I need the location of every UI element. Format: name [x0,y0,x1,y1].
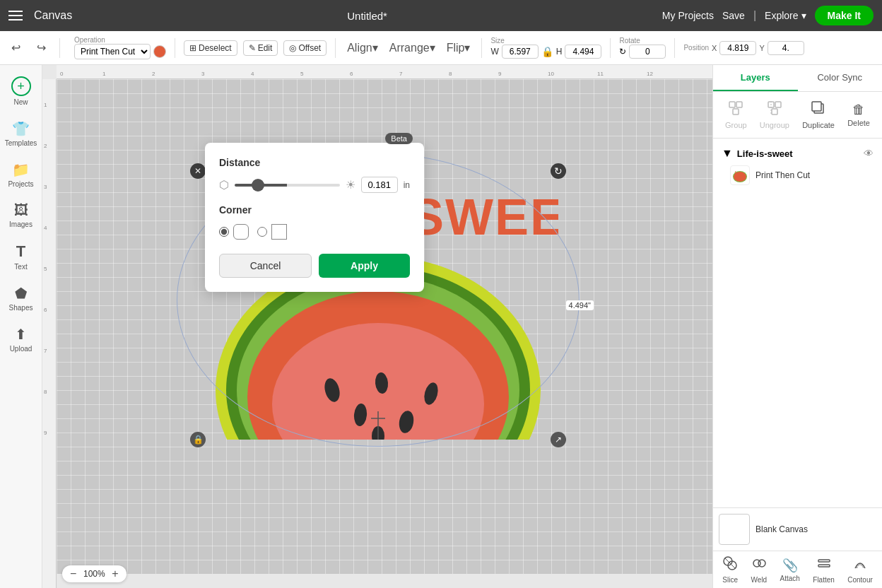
operation-row: Print Then Cut Basic Cut [74,44,166,59]
arrange-chevron: ▾ [430,41,435,54]
align-button[interactable]: Align ▾ [344,40,381,56]
text-icon: T [16,242,25,261]
slice-button[interactable]: Slice [722,555,738,584]
canvas-area[interactable]: 0 1 2 3 4 5 6 7 8 9 10 11 12 1 2 3 4 5 6 [42,65,712,588]
my-projects-link[interactable]: My Projects [662,10,714,21]
corner-options [219,224,410,240]
distance-unit: in [404,180,410,190]
offset-button[interactable]: ◎ Offset [283,40,327,56]
weld-button[interactable]: Weld [751,555,768,584]
layer-group: ▼ Life-is-sweet 👁 L Print Then Cut [719,144,876,188]
lock-icon[interactable]: 🔒 [541,46,553,57]
operation-label: Operation [74,36,105,44]
layer-group-header[interactable]: ▼ Life-is-sweet 👁 [719,144,876,163]
apply-button[interactable]: Apply [319,254,410,278]
topbar: Canvas Untitled* My Projects Save | Expl… [0,0,882,31]
y-input[interactable] [768,41,804,55]
make-it-button[interactable]: Make It [815,6,874,25]
size-label-height: 4.494" [566,300,594,310]
delete-handle[interactable]: ✕ [190,163,206,179]
corner-square-radio[interactable] [257,227,267,237]
sidebar-item-text[interactable]: T Text [2,237,40,276]
svg-rect-33 [818,565,830,567]
slice-icon [722,555,738,575]
projects-label: Projects [8,180,33,188]
main-area: + New 👕 Templates 📁 Projects 🖼 Images T … [0,65,882,588]
rotate-handle[interactable]: ↻ [551,163,566,179]
cancel-button[interactable]: Cancel [219,254,312,278]
distance-input[interactable] [361,177,398,193]
layer-group-name: Life-is-sweet [737,148,859,159]
left-sidebar: + New 👕 Templates 📁 Projects 🖼 Images T … [0,65,42,588]
contour-button[interactable]: Contour [847,555,873,584]
rotate-label: Rotate [619,37,666,45]
eye-icon[interactable]: 👁 [864,148,874,159]
shapes-icon: ⬟ [15,285,27,302]
title: Untitled* [83,10,651,22]
operation-color-dot[interactable] [153,45,166,58]
distance-slider[interactable] [235,184,340,187]
save-link[interactable]: Save [722,10,745,21]
sidebar-item-shapes[interactable]: ⬟ Shapes [2,279,40,317]
blank-canvas-thumbnail [719,514,750,545]
corner-rounded-option[interactable] [219,224,249,240]
collapse-icon: ▼ [722,147,733,160]
sidebar-item-images[interactable]: 🖼 Images [2,196,40,234]
flatten-button[interactable]: Flatten [813,555,835,584]
blank-canvas-label: Blank Canvas [755,524,808,534]
tab-color-sync[interactable]: Color Sync [798,65,883,91]
contour-icon [852,555,868,575]
edit-button[interactable]: ✎ Edit [243,40,278,56]
deselect-button[interactable]: ⊞ Deselect [184,40,237,56]
resize-handle[interactable]: ↗ [551,432,566,447]
flatten-icon [816,555,832,575]
width-input[interactable] [502,45,539,59]
layer-item[interactable]: L Print Then Cut [719,163,876,188]
ungroup-button[interactable]: Ungroup [754,98,795,132]
distance-row: ⬡ ☀ in [219,177,410,193]
separator2 [175,38,175,58]
operation-select[interactable]: Print Then Cut Basic Cut [74,44,151,59]
arrange-button[interactable]: Arrange ▾ [387,40,438,56]
tab-layers[interactable]: Layers [713,65,798,91]
sidebar-item-projects[interactable]: 📁 Projects [2,155,40,194]
delete-button[interactable]: 🗑 Delete [842,100,876,130]
corner-rounded-radio[interactable] [219,227,229,237]
x-input[interactable] [719,41,756,55]
explore-button[interactable]: Explore ▾ [765,10,806,21]
ungroup-icon [767,100,782,119]
corner-square-option[interactable] [257,224,287,240]
delete-icon: 🗑 [852,102,865,117]
svg-point-31 [758,560,765,567]
undo-button[interactable]: ↩ [6,38,25,58]
sidebar-item-templates[interactable]: 👕 Templates [2,114,40,153]
hamburger-menu[interactable] [8,11,23,20]
lock-handle[interactable]: 🔒 [190,432,206,447]
redo-button[interactable]: ↪ [31,38,51,58]
offset-icon: ◎ [289,43,296,53]
group-button[interactable]: Group [719,98,753,132]
attach-icon: 📎 [782,558,798,573]
zoom-percentage: 100% [81,569,107,579]
operation-section: Operation Print Then Cut Basic Cut [74,36,166,59]
sidebar-item-upload[interactable]: ⬆ Upload [2,320,40,358]
svg-rect-17 [733,109,739,114]
new-icon: + [11,76,31,96]
attach-button[interactable]: 📎 Attach [780,558,800,582]
height-input[interactable] [565,45,601,59]
svg-rect-23 [812,102,821,111]
flip-button[interactable]: Flip ▾ [444,40,474,56]
offset-dialog: Beta Distance ⬡ ☀ in Corner [205,143,424,292]
duplicate-button[interactable]: Duplicate [796,98,840,132]
rotate-input[interactable] [629,45,666,59]
images-icon: 🖼 [14,202,28,218]
projects-icon: 📁 [12,161,30,178]
zoom-out-button[interactable]: − [68,568,78,580]
svg-text:L: L [735,170,738,175]
zoom-in-button[interactable]: + [110,568,120,580]
sidebar-item-new[interactable]: + New [2,71,40,112]
panel-tabs: Layers Color Sync [713,65,882,92]
flip-chevron: ▾ [464,41,470,54]
size-label: Size [490,37,601,45]
blank-canvas-section: Blank Canvas [713,507,882,551]
